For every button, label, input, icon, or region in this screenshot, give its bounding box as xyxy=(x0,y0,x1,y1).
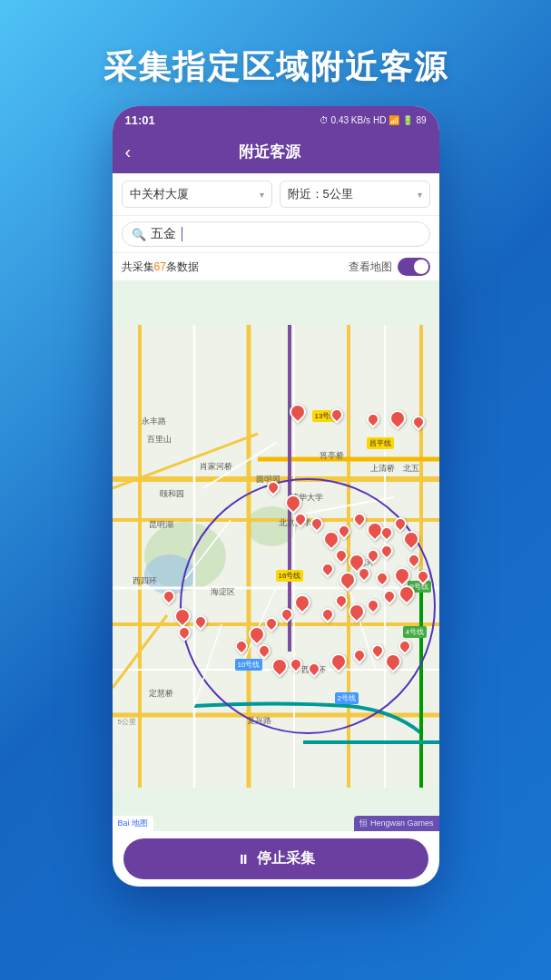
count-prefix: 共采集 xyxy=(122,260,154,273)
map-pin xyxy=(194,615,207,628)
map-pin xyxy=(310,517,323,530)
map-pin xyxy=(353,649,366,662)
baidu-logo: Bai 地图 xyxy=(113,816,154,831)
map-pin xyxy=(408,554,420,566)
stop-label: 停止采集 xyxy=(257,849,315,868)
map-pin xyxy=(349,603,365,620)
map-pin xyxy=(321,608,334,621)
status-icons: ⏱ 0.43 KB/s HD 📶 🔋 89 xyxy=(320,115,427,125)
count-number: 67 xyxy=(154,260,166,273)
toggle-knob xyxy=(414,260,428,274)
map-pin xyxy=(294,594,310,611)
map-pin xyxy=(389,410,406,426)
distance-arrow: ▾ xyxy=(418,190,422,200)
status-bar: 11:01 ⏱ 0.43 KB/s HD 📶 🔋 89 xyxy=(113,106,439,132)
map-pin xyxy=(338,524,350,537)
title-area: 采集指定区域附近客源 xyxy=(0,27,551,106)
map-pin xyxy=(285,495,301,511)
map-pin xyxy=(249,626,265,642)
text-cursor xyxy=(182,227,183,241)
info-row: 共采集67条数据 查看地图 xyxy=(113,253,439,281)
map-pin xyxy=(367,549,379,562)
map-background: 13号线 16号线 10号线 2号线 9号线 4号线 昌平线 颐和园 昆明湖 圆… xyxy=(113,281,439,831)
back-button[interactable]: ‹ xyxy=(125,142,132,162)
status-time: 11:01 xyxy=(125,113,155,127)
map-pin xyxy=(380,526,393,539)
map-pin xyxy=(265,617,278,630)
map-area: 13号线 16号线 10号线 2号线 9号线 4号线 昌平线 颐和园 昆明湖 圆… xyxy=(113,281,439,831)
count-text: 共采集67条数据 xyxy=(122,260,199,275)
metro-label-4: 4号线 xyxy=(403,626,427,638)
map-pin xyxy=(290,658,302,671)
distance-filter[interactable]: 附近：5公里 ▾ xyxy=(280,181,430,208)
map-pin xyxy=(358,567,370,580)
distance-text: 附近：5公里 xyxy=(288,186,353,202)
map-pin xyxy=(258,644,271,657)
map-pin xyxy=(178,626,191,639)
map-pin xyxy=(308,662,320,675)
header-title: 附近客源 xyxy=(140,142,398,162)
metro-label-10: 10号线 xyxy=(235,659,263,671)
map-pin xyxy=(398,640,411,652)
map-pin xyxy=(271,658,288,674)
map-pin xyxy=(330,408,343,421)
battery-level: 89 xyxy=(416,115,426,125)
app-header: ‹ 附近客源 xyxy=(113,132,439,173)
map-pin xyxy=(235,640,248,652)
pause-icon: ⏸ xyxy=(237,852,250,867)
map-pin xyxy=(174,608,191,624)
map-pin xyxy=(394,567,410,583)
search-icon: 🔍 xyxy=(132,228,146,241)
map-pin xyxy=(412,416,425,428)
search-box[interactable]: 🔍 五金 xyxy=(122,221,430,247)
metro-label-2: 2号线 xyxy=(335,692,359,704)
map-pin xyxy=(339,572,356,588)
signal-text: ⏱ xyxy=(320,115,329,125)
network-icon: 📶 xyxy=(389,115,399,125)
map-pin xyxy=(294,513,307,525)
map-pin xyxy=(330,653,347,670)
map-pin xyxy=(367,413,379,426)
metro-label-16: 16号线 xyxy=(276,570,304,582)
map-pin xyxy=(162,590,175,603)
map-pin xyxy=(383,590,396,603)
map-pin xyxy=(417,570,429,583)
map-pin xyxy=(367,599,379,612)
map-pin xyxy=(403,531,419,547)
map-toggle-area: 查看地图 xyxy=(349,258,430,276)
map-pin xyxy=(335,549,348,562)
filter-row: 中关村大厦 ▾ 附近：5公里 ▾ xyxy=(113,173,439,216)
location-filter[interactable]: 中关村大厦 ▾ xyxy=(122,181,272,208)
map-pin xyxy=(267,481,280,494)
metro-label-changping: 昌平线 xyxy=(367,437,394,449)
hengwan-watermark: 恒 Hengwan Games xyxy=(354,816,438,831)
stop-collect-button[interactable]: ⏸ 停止采集 xyxy=(123,838,428,879)
page-main-title: 采集指定区域附近客源 xyxy=(0,45,551,90)
hd-icon: HD xyxy=(373,115,386,125)
map-pin xyxy=(398,585,415,602)
search-value: 五金 xyxy=(151,226,176,242)
phone-frame: 11:01 ⏱ 0.43 KB/s HD 📶 🔋 89 ‹ 附近客源 中关村大厦… xyxy=(113,106,439,887)
battery-icon: 🔋 xyxy=(402,115,413,125)
location-arrow: ▾ xyxy=(260,190,264,200)
map-pin xyxy=(371,644,384,657)
search-row: 🔍 五金 xyxy=(113,216,439,253)
map-pin xyxy=(290,404,306,420)
count-suffix: 条数据 xyxy=(166,260,199,273)
signal-kb: 0.43 KB/s xyxy=(331,115,370,125)
map-pin xyxy=(335,594,348,607)
map-pin xyxy=(380,544,393,557)
page-wrapper: 采集指定区域附近客源 11:01 ⏱ 0.43 KB/s HD 📶 🔋 89 ‹… xyxy=(0,0,551,980)
map-pin xyxy=(394,517,407,530)
map-pin xyxy=(385,653,401,670)
map-toggle-label: 查看地图 xyxy=(349,260,392,275)
map-pin xyxy=(280,608,293,621)
map-pin xyxy=(353,513,366,525)
location-text: 中关村大厦 xyxy=(130,186,189,202)
map-toggle-switch[interactable] xyxy=(398,258,430,276)
map-pin xyxy=(376,572,389,584)
map-pin xyxy=(321,563,334,575)
